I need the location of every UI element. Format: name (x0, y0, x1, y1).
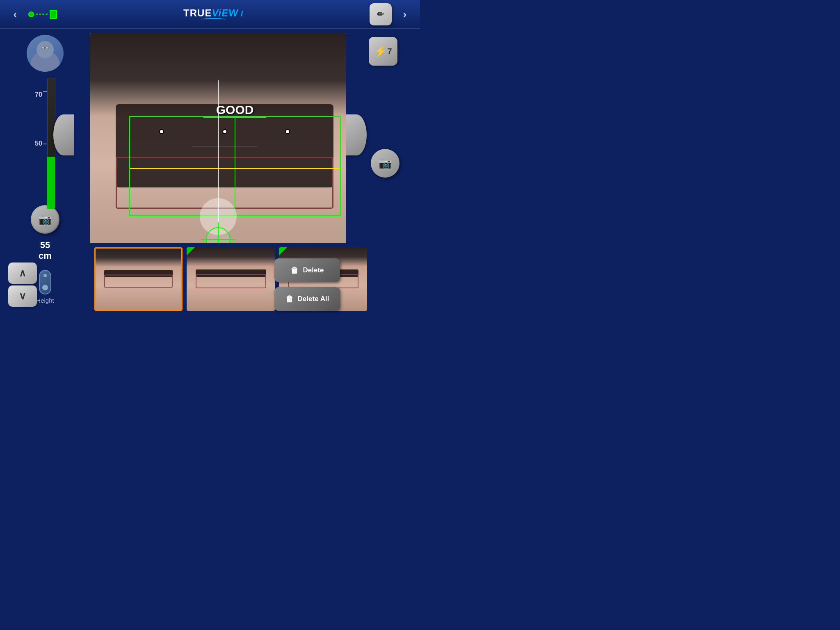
delete-label: Delete (303, 266, 324, 274)
logo-true: TRUE (183, 7, 212, 18)
delete-all-button[interactable]: 🗑 Delete All (274, 287, 340, 311)
ruler-fill (47, 157, 55, 209)
step-dot-left-icon (28, 11, 34, 17)
logo: TRUEViEW i (183, 7, 243, 21)
vertical-center-line (235, 117, 235, 215)
logo-text: TRUEViEW i (183, 7, 243, 19)
height-icon-container: Height (36, 270, 54, 304)
logo-view: ViEW (212, 7, 238, 18)
edit-button[interactable]: ✏ (370, 3, 392, 25)
top-bar: ‹ TRUEViEW i ✏ › (0, 0, 420, 29)
step-indicator (28, 10, 57, 19)
scroll-down-button[interactable]: ∨ (8, 285, 37, 307)
nav-prev-button[interactable]: ‹ (6, 5, 24, 23)
logo-i: i (238, 10, 243, 18)
camera-view-inner: GOOD (90, 33, 346, 271)
step-line-icon (36, 14, 48, 15)
ruler-container: 70 50 (35, 78, 55, 209)
patient-avatar: 👓 (27, 35, 64, 72)
thumbnail-1[interactable] (94, 247, 183, 311)
thumbnail-2[interactable] (187, 247, 275, 311)
ruler-label-70: 70 (35, 91, 42, 98)
camera-button-left[interactable]: 📷 (31, 205, 59, 234)
scroll-buttons-container: ∧ ∨ (8, 262, 37, 307)
delete-button[interactable]: 🗑 Delete (274, 258, 340, 282)
scroll-up-icon: ∧ (19, 267, 26, 279)
height-label: Height (36, 297, 54, 304)
flash-number: 7 (387, 47, 392, 56)
flash-button[interactable]: ⚡ 7 (369, 37, 397, 66)
detection-status-good: GOOD (216, 103, 254, 117)
delete-all-icon: 🗑 (285, 294, 294, 304)
step-dot-right-icon (50, 10, 57, 19)
wavy-divider-left (53, 114, 74, 155)
thumb-face-2 (187, 247, 275, 311)
ruler-tick-70 (43, 91, 47, 92)
edit-icon: ✏ (377, 9, 384, 20)
measurement-value: 55 cm (39, 240, 52, 262)
scroll-down-icon: ∨ (19, 290, 26, 302)
action-buttons-container: 🗑 Delete 🗑 Delete All (274, 258, 346, 311)
nav-next-button[interactable]: › (396, 5, 414, 23)
ruler-label-50: 50 (35, 140, 42, 147)
vertical-white-line (218, 80, 219, 223)
ruler-tick-50 (43, 144, 47, 144)
main-content: 👓 70 50 📷 55 cm Height (0, 29, 420, 315)
thumb-face-1 (96, 249, 181, 310)
detection-box: GOOD (129, 116, 341, 216)
horizontal-yellow-line (130, 168, 340, 169)
flash-icon: ⚡ (374, 45, 387, 58)
camera-view: GOOD (90, 33, 346, 271)
camera-icon-left: 📷 (39, 213, 52, 226)
thumbnail-strip: 🗑 Delete 🗑 Delete All (90, 243, 346, 315)
delete-all-label: Delete All (298, 295, 329, 303)
scroll-up-button[interactable]: ∧ (8, 262, 37, 284)
measurement-number: 55 (40, 240, 50, 250)
logo-arc (201, 18, 226, 21)
height-icon (39, 270, 51, 294)
delete-icon: 🗑 (290, 266, 299, 275)
measurement-unit: cm (39, 251, 52, 261)
top-left-controls: ‹ (6, 5, 57, 23)
